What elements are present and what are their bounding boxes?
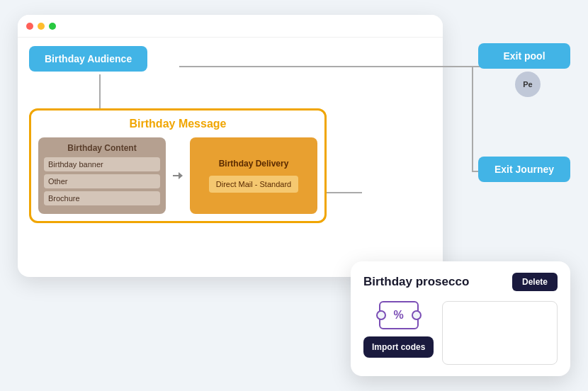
voucher-icon-container: % Import codes — [363, 301, 434, 358]
birthday-message-title: Birthday Message — [38, 118, 317, 130]
birthday-audience-button[interactable]: Birthday Audience — [29, 46, 147, 72]
content-item-2[interactable]: Brochure — [44, 191, 160, 205]
arrow-connector — [173, 137, 183, 214]
prosecco-card: Birthday prosecco Delete % Import codes — [351, 261, 570, 376]
prosecco-input-area[interactable] — [442, 301, 558, 365]
exit-pool-avatar: Pe — [515, 72, 541, 97]
prosecco-title: Birthday prosecco — [363, 275, 469, 289]
main-container: Birthday Audience Birthday Message Birth… — [18, 15, 570, 376]
content-item-1[interactable]: Other — [44, 174, 160, 188]
prosecco-body: % Import codes — [363, 301, 558, 365]
voucher-percent: % — [394, 309, 404, 322]
birthday-message-card: Birthday Message Birthday Content Birthd… — [29, 108, 327, 223]
browser-content: Birthday Audience Birthday Message Birth… — [18, 38, 443, 277]
birthday-content-card: Birthday Content Birthday banner Other B… — [38, 137, 166, 214]
connector-v1 — [99, 74, 101, 113]
content-card-title: Birthday Content — [44, 143, 160, 153]
birthday-delivery-card: Birthday Delivery Direct Mail - Standard — [190, 137, 317, 214]
delete-button[interactable]: Delete — [512, 273, 558, 291]
browser-titlebar — [18, 15, 443, 38]
browser-window: Birthday Audience Birthday Message Birth… — [18, 15, 443, 277]
exit-journey-button[interactable]: Exit Journey — [478, 157, 570, 182]
delivery-item: Direct Mail - Standard — [209, 176, 298, 193]
delivery-card-title: Birthday Delivery — [219, 159, 289, 169]
exit-pool-button[interactable]: Exit pool — [478, 43, 570, 69]
prosecco-header: Birthday prosecco Delete — [363, 273, 558, 291]
birthday-message-inner: Birthday Content Birthday banner Other B… — [38, 137, 317, 214]
connector-delivery-right — [327, 192, 362, 193]
connector-h-top — [179, 66, 473, 67]
voucher-icon: % — [379, 301, 419, 329]
import-codes-button[interactable]: Import codes — [363, 336, 434, 358]
dot-green — [49, 23, 56, 30]
dot-red — [26, 23, 33, 30]
content-item-0[interactable]: Birthday banner — [44, 157, 160, 171]
connector-v-right — [472, 66, 473, 171]
dot-yellow — [38, 23, 45, 30]
